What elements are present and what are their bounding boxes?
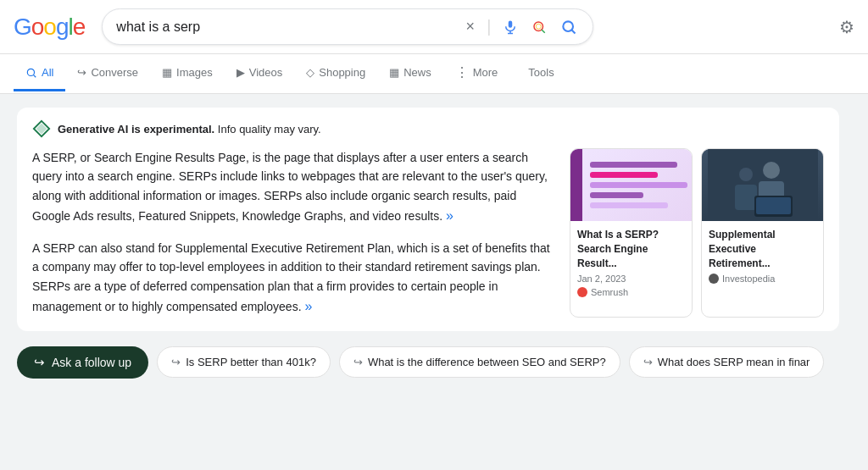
chip-arrow-icon-2: ↪ bbox=[353, 356, 363, 368]
tab-images[interactable]: ▦ Images bbox=[150, 56, 225, 91]
ask-followup-button[interactable]: ↪ Ask a follow up bbox=[17, 346, 148, 379]
svg-line-5 bbox=[542, 30, 545, 33]
card-body-semrush: What Is a SERP? Search Engine Result... … bbox=[570, 221, 692, 304]
tab-images-label: Images bbox=[176, 66, 213, 79]
followup-chip-3[interactable]: ↪ What does SERP mean in finar bbox=[629, 346, 825, 378]
tab-converse[interactable]: ↪ Converse bbox=[65, 56, 150, 91]
svg-rect-18 bbox=[756, 197, 791, 214]
tab-videos[interactable]: ▶ Videos bbox=[225, 56, 295, 91]
svg-point-3 bbox=[534, 22, 543, 31]
chip-arrow-icon-3: ↪ bbox=[643, 356, 653, 368]
svg-line-9 bbox=[33, 75, 36, 77]
followup-btn-label: Ask a follow up bbox=[52, 356, 131, 369]
chip-label-1: Is SERP better than 401k? bbox=[186, 356, 316, 368]
svg-line-7 bbox=[572, 30, 576, 33]
ai-card-semrush[interactable]: What Is a SERP? Search Engine Result... … bbox=[570, 148, 693, 318]
google-logo: Google bbox=[14, 14, 85, 41]
tab-shopping-label: Shopping bbox=[319, 66, 365, 79]
tab-news-label: News bbox=[403, 66, 431, 79]
clear-search-button[interactable]: × bbox=[465, 16, 477, 37]
nav-tabs: All ↪ Converse ▦ Images ▶ Videos ◇ Shopp… bbox=[0, 54, 868, 94]
semrush-logo-icon bbox=[577, 287, 587, 297]
ai-body: A SERP, or Search Engine Results Page, i… bbox=[32, 148, 824, 318]
svg-rect-0 bbox=[509, 20, 513, 27]
search-bar: what is a serp × | bbox=[102, 8, 593, 45]
tab-news[interactable]: ▦ News bbox=[377, 56, 443, 91]
images-icon: ▦ bbox=[162, 66, 172, 79]
investopedia-logo-icon bbox=[709, 274, 719, 284]
lens-icon bbox=[531, 19, 547, 35]
search-input[interactable]: what is a serp bbox=[116, 19, 455, 35]
card-body-investopedia: Supplemental Executive Retirement... Inv… bbox=[702, 221, 823, 290]
quote-marks-2: » bbox=[304, 299, 312, 313]
tab-tools[interactable]: Tools bbox=[516, 56, 565, 91]
tab-converse-label: Converse bbox=[91, 66, 138, 79]
card-title-semrush: What Is a SERP? Search Engine Result... bbox=[577, 228, 685, 270]
ai-notice-bold: Generative AI is experimental. bbox=[58, 123, 214, 135]
person-illustration bbox=[708, 149, 818, 221]
card-source-investopedia: Investopedia bbox=[709, 274, 816, 284]
card-image-investopedia bbox=[702, 149, 823, 221]
tab-all[interactable]: All bbox=[14, 56, 65, 91]
search-icon bbox=[560, 19, 577, 36]
more-icon: ⋮ bbox=[455, 64, 469, 80]
converse-icon: ↪ bbox=[77, 66, 86, 79]
news-icon: ▦ bbox=[389, 66, 399, 79]
search-submit-button[interactable] bbox=[559, 17, 579, 37]
tab-tools-label: Tools bbox=[528, 66, 554, 79]
ai-box: Generative AI is experimental. Info qual… bbox=[17, 108, 839, 331]
svg-point-6 bbox=[564, 21, 574, 31]
tab-more[interactable]: ⋮ More bbox=[443, 54, 510, 93]
svg-point-8 bbox=[27, 69, 34, 75]
ai-card-investopedia[interactable]: Supplemental Executive Retirement... Inv… bbox=[701, 148, 824, 318]
tab-more-label: More bbox=[473, 66, 498, 79]
voice-search-button[interactable] bbox=[501, 18, 520, 36]
tab-all-label: All bbox=[42, 66, 53, 79]
card-source-semrush: Semrush bbox=[577, 287, 685, 297]
ai-text: A SERP, or Search Engine Results Page, i… bbox=[32, 148, 556, 318]
ai-notice: Generative AI is experimental. Info qual… bbox=[58, 123, 321, 135]
ai-notice-suffix: Info quality may vary. bbox=[218, 123, 321, 135]
svg-point-4 bbox=[537, 24, 542, 29]
ai-diamond-icon bbox=[32, 119, 51, 138]
settings-button[interactable]: ⚙ bbox=[839, 17, 854, 37]
chip-arrow-icon-1: ↪ bbox=[171, 356, 181, 368]
ai-cards: What Is a SERP? Search Engine Result... … bbox=[570, 148, 824, 318]
followup-bar: ↪ Ask a follow up ↪ Is SERP better than … bbox=[17, 341, 851, 384]
svg-rect-16 bbox=[735, 185, 757, 210]
svg-point-15 bbox=[739, 168, 753, 181]
ai-paragraph-2: A SERP can also stand for Supplemental E… bbox=[32, 239, 556, 318]
person-image bbox=[702, 149, 823, 221]
quote-marks-1: » bbox=[446, 208, 453, 223]
chip-label-2: What is the difference between SEO and S… bbox=[368, 356, 606, 368]
ai-paragraph-1: A SERP, or Search Engine Results Page, i… bbox=[32, 148, 556, 227]
svg-point-13 bbox=[763, 162, 780, 179]
tab-shopping[interactable]: ◇ Shopping bbox=[294, 56, 377, 91]
divider: | bbox=[487, 17, 491, 36]
search-tab-icon bbox=[25, 67, 37, 79]
microphone-icon bbox=[503, 19, 518, 35]
followup-arrow-icon: ↪ bbox=[34, 355, 45, 370]
followup-chip-2[interactable]: ↪ What is the difference between SEO and… bbox=[339, 346, 620, 378]
chip-label-3: What does SERP mean in finar bbox=[658, 356, 810, 368]
lens-search-button[interactable] bbox=[530, 18, 548, 36]
followup-chip-1[interactable]: ↪ Is SERP better than 401k? bbox=[157, 346, 331, 378]
card-title-investopedia: Supplemental Executive Retirement... bbox=[709, 228, 816, 270]
videos-icon: ▶ bbox=[236, 66, 245, 79]
main-content: Generative AI is experimental. Info qual… bbox=[0, 94, 868, 397]
tab-videos-label: Videos bbox=[249, 66, 283, 79]
card-image-semrush bbox=[570, 149, 692, 221]
search-icons: × | bbox=[465, 16, 580, 37]
card-date-semrush: Jan 2, 2023 bbox=[577, 274, 685, 284]
shopping-icon: ◇ bbox=[306, 66, 314, 79]
header: Google what is a serp × | bbox=[0, 0, 868, 54]
ai-header: Generative AI is experimental. Info qual… bbox=[32, 119, 824, 138]
